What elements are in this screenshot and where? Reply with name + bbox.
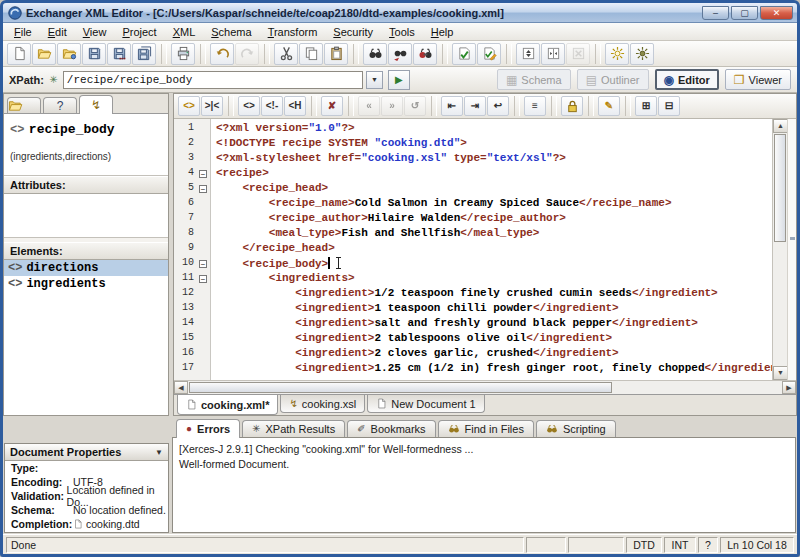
errors-output[interactable]: [Xerces-J 2.9.1] Checking "cooking.xml" … bbox=[172, 437, 796, 533]
save-button[interactable] bbox=[82, 43, 106, 65]
tab-xpath-results[interactable]: ✳XPath Results bbox=[242, 420, 345, 437]
fold-minus-icon[interactable]: − bbox=[199, 170, 207, 178]
menu-xml[interactable]: XML bbox=[165, 25, 204, 39]
menu-tools[interactable]: Tools bbox=[381, 25, 423, 39]
code-line[interactable]: 7 <recipe_author>Hilaire Walden</recipe_… bbox=[174, 212, 772, 227]
code-line[interactable]: 3<?xml-stylesheet href="cooking.xsl" typ… bbox=[174, 152, 772, 167]
menu-transform[interactable]: Transform bbox=[260, 25, 326, 39]
tag-helper-tab[interactable]: ↯ bbox=[79, 95, 113, 114]
go-back-button[interactable]: ↩ bbox=[487, 96, 509, 116]
menu-edit[interactable]: Edit bbox=[40, 25, 75, 39]
tab-new-document-1[interactable]: New Document 1 bbox=[367, 395, 484, 413]
replace-button[interactable] bbox=[413, 43, 437, 65]
scroll-up-arrow[interactable]: ▲ bbox=[773, 119, 788, 133]
save-all-button[interactable] bbox=[132, 43, 156, 65]
menu-security[interactable]: Security bbox=[325, 25, 381, 39]
xpath-run-button[interactable]: ▶ bbox=[388, 70, 410, 90]
open-remote-button[interactable] bbox=[57, 43, 81, 65]
scroll-left-arrow[interactable]: ◀ bbox=[174, 381, 188, 394]
vertical-scroll-thumb[interactable] bbox=[774, 134, 786, 242]
save-as-button[interactable] bbox=[107, 43, 131, 65]
goto-end-tag-button[interactable]: ⇥ bbox=[464, 96, 486, 116]
element-selector-button[interactable] bbox=[516, 43, 540, 65]
menu-schema[interactable]: Schema bbox=[203, 25, 259, 39]
code-area[interactable]: 1<?xml version="1.0"?>2<!DOCTYPE recipe … bbox=[174, 119, 772, 380]
code-line[interactable]: 2<!DOCTYPE recipe SYSTEM "cooking.dtd"> bbox=[174, 137, 772, 152]
lock-document-button[interactable] bbox=[561, 96, 583, 116]
code-line[interactable]: 6 <recipe_name>Cold Salmon in Creamy Spi… bbox=[174, 197, 772, 212]
horizontal-scroll-thumb[interactable] bbox=[189, 382, 612, 393]
find-again-button[interactable] bbox=[388, 43, 412, 65]
goto-start-tag-button[interactable]: ⇤ bbox=[441, 96, 463, 116]
code-line[interactable]: 14 <ingredient>salt and freshly ground b… bbox=[174, 317, 772, 332]
element-item-directions[interactable]: <>directions bbox=[4, 260, 168, 276]
cut-button[interactable] bbox=[274, 43, 298, 65]
elements-list[interactable]: <>directions<>ingredients bbox=[4, 260, 168, 415]
chevron-down-icon[interactable]: ▼ bbox=[155, 448, 163, 457]
scroll-right-arrow[interactable]: ▶ bbox=[782, 381, 796, 394]
undo-button[interactable] bbox=[210, 43, 234, 65]
title-bar[interactable]: Exchanger XML Editor - [C:/Users/Kaspar/… bbox=[3, 3, 797, 23]
vertical-scrollbar[interactable]: ▲ ▼ bbox=[772, 119, 787, 380]
tab-errors[interactable]: ●Errors bbox=[176, 419, 240, 438]
copy-button[interactable] bbox=[299, 43, 323, 65]
code-line[interactable]: 12 <ingredient>1/2 teaspoon finely crush… bbox=[174, 287, 772, 302]
split-element-button[interactable]: >|< bbox=[201, 96, 223, 116]
menu-file[interactable]: File bbox=[6, 25, 40, 39]
print-button[interactable] bbox=[171, 43, 195, 65]
highlight-button[interactable]: ✎ bbox=[598, 96, 620, 116]
minimize-button[interactable]: – bbox=[702, 6, 729, 20]
outline-tab[interactable]: ? bbox=[43, 97, 77, 113]
code-line[interactable]: 17 <ingredient>1.25 cm (1/2 in) fresh gi… bbox=[174, 362, 772, 377]
document-properties-header[interactable]: Document Properties ▼ bbox=[5, 444, 168, 461]
attributes-list[interactable] bbox=[4, 194, 168, 238]
horizontal-scrollbar[interactable]: ◀ ▶ bbox=[174, 380, 796, 394]
code-line[interactable]: 13 <ingredient>1 teaspoon chilli powder<… bbox=[174, 302, 772, 317]
open-file-button[interactable] bbox=[32, 43, 56, 65]
code-line[interactable]: 4−<recipe> bbox=[174, 167, 772, 182]
element-item-ingredients[interactable]: <>ingredients bbox=[4, 276, 168, 292]
tab-scripting[interactable]: Scripting bbox=[536, 420, 616, 437]
find-button[interactable] bbox=[363, 43, 387, 65]
code-line[interactable]: 15 <ingredient>2 tablespoons olive oil</… bbox=[174, 332, 772, 347]
fold-minus-icon[interactable]: − bbox=[199, 260, 207, 268]
menu-view[interactable]: View bbox=[75, 25, 115, 39]
code-line[interactable]: 16 <ingredient>2 cloves garlic, crushed<… bbox=[174, 347, 772, 362]
code-line[interactable]: 8 <meal_type>Fish and Shellfish</meal_ty… bbox=[174, 227, 772, 242]
check-well-formed-button[interactable] bbox=[452, 43, 476, 65]
insert-element-button[interactable]: <> bbox=[238, 96, 260, 116]
fold-minus-icon[interactable]: − bbox=[199, 275, 207, 283]
insert-comment-button[interactable]: <!- bbox=[261, 96, 283, 116]
format-document-button[interactable]: ≡ bbox=[524, 96, 546, 116]
toggle-tags-button[interactable]: <> bbox=[178, 96, 200, 116]
options-button[interactable] bbox=[630, 43, 654, 65]
code-line[interactable]: 5− <recipe_head> bbox=[174, 182, 772, 197]
preferences-button[interactable] bbox=[605, 43, 629, 65]
insert-cdata-button[interactable]: <H bbox=[284, 96, 306, 116]
tab-cooking-xsl[interactable]: ↯cooking.xsl bbox=[280, 395, 365, 413]
browser-tab[interactable] bbox=[7, 97, 41, 113]
view-editor-button[interactable]: ◉Editor bbox=[655, 69, 719, 90]
validate-button[interactable] bbox=[477, 43, 501, 65]
maximize-button[interactable]: ▢ bbox=[731, 6, 758, 20]
remove-tags-button[interactable]: ✘ bbox=[321, 96, 343, 116]
code-line[interactable]: 11− <ingredients> bbox=[174, 272, 772, 287]
xpath-input[interactable] bbox=[63, 71, 363, 89]
xpath-history-dropdown[interactable]: ▼ bbox=[366, 71, 383, 89]
code-line[interactable]: 1<?xml version="1.0"?> bbox=[174, 122, 772, 137]
code-line[interactable]: 9 </recipe_head> bbox=[174, 242, 772, 257]
scroll-down-arrow[interactable]: ▼ bbox=[773, 366, 788, 380]
menu-help[interactable]: Help bbox=[423, 25, 462, 39]
tag-prompt-button[interactable]: ⊞ bbox=[635, 96, 657, 116]
tab-bookmarks[interactable]: ✐Bookmarks bbox=[347, 420, 435, 437]
fold-minus-icon[interactable]: − bbox=[199, 185, 207, 193]
menu-project[interactable]: Project bbox=[114, 25, 164, 39]
tag-complete-button[interactable]: ⊟ bbox=[658, 96, 680, 116]
tab-cooking-xml[interactable]: cooking.xml* bbox=[177, 395, 278, 415]
close-button[interactable]: ✕ bbox=[760, 6, 793, 20]
view-viewer-button[interactable]: ❐Viewer bbox=[725, 69, 791, 90]
new-document-button[interactable] bbox=[7, 43, 31, 65]
code-line[interactable]: 10− <recipe_body> bbox=[174, 257, 772, 272]
tab-find-in-files[interactable]: Find in Files bbox=[438, 420, 534, 437]
split-view-button[interactable] bbox=[541, 43, 565, 65]
